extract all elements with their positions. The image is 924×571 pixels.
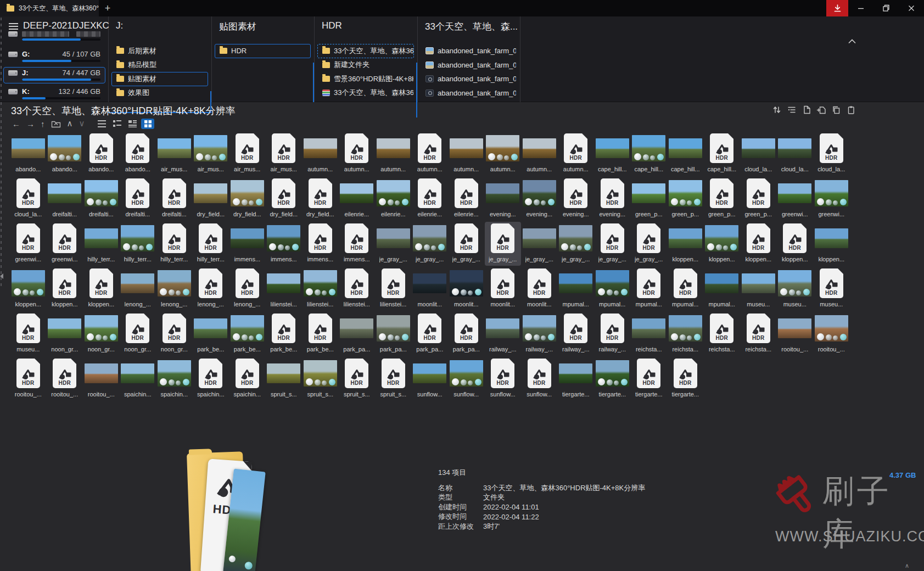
file-cell[interactable]: mpumal... [558,267,595,311]
file-cell[interactable]: immens... [229,222,266,266]
file-cell[interactable]: reichsta... [631,312,668,356]
file-cell[interactable]: HDRkloppen... [47,267,83,311]
file-cell[interactable]: HDRair_mus... [266,132,303,176]
file-cell[interactable]: lilienstei... [302,267,339,311]
view-grid-button[interactable] [141,119,154,129]
file-cell[interactable]: HDRmpumal... [631,267,668,311]
forward-button[interactable]: → [26,119,35,128]
column-item[interactable]: HDR [215,44,311,58]
file-cell[interactable]: park_pa... [339,312,376,356]
file-cell[interactable]: HDRmuseu... [813,267,850,311]
file-cell[interactable]: HDRgreenwi... [10,222,47,266]
file-cell[interactable]: HDRcape_hill... [704,132,741,176]
file-cell[interactable]: HDRsunflow... [521,357,558,401]
file-cell[interactable]: rooitou_... [777,312,814,356]
view-columns-button[interactable] [110,119,124,129]
copy-icon[interactable] [831,105,841,115]
file-cell[interactable]: abando... [10,132,47,176]
file-cell[interactable]: HDRabando... [120,132,156,176]
file-cell[interactable]: rooitou_... [83,357,120,401]
file-cell[interactable]: lenong_... [156,267,193,311]
column-item[interactable]: 33个天空、草地、森林360°... [317,44,414,58]
file-cell[interactable]: HDRmoonlit... [485,267,522,311]
file-cell[interactable]: je_gray_... [412,222,449,266]
file-cell[interactable]: tiergarte... [558,357,595,401]
drive-item[interactable]: K:132 / 446 GB [3,86,105,102]
view-list-button[interactable] [95,119,108,129]
file-cell[interactable]: mpumal... [704,267,741,311]
file-cell[interactable]: immens... [266,222,303,266]
file-cell[interactable]: HDRje_gray_... [448,222,485,266]
file-cell[interactable]: dreifalti... [83,177,120,221]
file-cell[interactable]: HDRhilly_terr... [193,222,229,266]
file-cell[interactable]: HDRspruit_s... [339,357,376,401]
file-cell[interactable]: HDRmoonlit... [521,267,558,311]
file-cell[interactable]: HDRje_gray_... [631,222,668,266]
file-cell[interactable]: HDRspaichin... [193,357,229,401]
file-cell[interactable]: sunflow... [448,357,485,401]
file-cell[interactable]: HDRrooitou_... [47,357,83,401]
file-cell[interactable]: HDRcloud_la... [813,132,850,176]
file-cell[interactable]: park_pa... [375,312,412,356]
file-cell[interactable]: HDRje_gray_... [485,222,522,266]
file-cell[interactable]: green_p... [667,177,704,221]
file-cell[interactable]: reichsta... [667,312,704,356]
file-cell[interactable]: evening... [485,177,522,221]
file-cell[interactable]: museu... [740,267,777,311]
expand-list-icon[interactable]: ∨ [79,119,85,128]
file-cell[interactable]: autumn... [521,132,558,176]
file-cell[interactable]: HDRtiergarte... [631,357,668,401]
file-cell[interactable]: spaichin... [120,357,156,401]
file-cell[interactable]: HDRlilienstei... [375,267,412,311]
column-item[interactable]: 雪景360°HDR贴图-4K+8K... [317,72,414,86]
file-cell[interactable]: kloppen... [704,222,741,266]
file-cell[interactable]: HDRlenong_... [193,267,229,311]
file-cell[interactable]: noon_gr... [47,312,83,356]
drive-item[interactable]: J:74 / 447 GB [3,67,105,83]
file-cell[interactable]: HDRair_mus... [229,132,266,176]
file-cell[interactable]: HDRgreen_p... [704,177,741,221]
file-cell[interactable]: HDRdry_field... [266,177,303,221]
new-tab-button[interactable]: + [99,0,116,16]
file-cell[interactable]: HDRevening... [594,177,631,221]
column-item[interactable]: abandoned_tank_farm_04... [421,72,517,86]
file-cell[interactable]: park_be... [193,312,229,356]
file-cell[interactable]: HDRpark_pa... [448,312,485,356]
file-cell[interactable]: cloud_la... [777,132,814,176]
file-cell[interactable]: greenwi... [777,177,814,221]
file-cell[interactable]: HDRrailway_... [594,312,631,356]
view-details-button[interactable] [126,119,139,129]
file-cell[interactable]: moonlit... [412,267,449,311]
new-file-icon[interactable] [802,105,811,115]
file-cell[interactable]: je_gray_... [375,222,412,266]
file-cell[interactable]: spaichin... [156,357,193,401]
file-cell[interactable]: HDRabando... [83,132,120,176]
file-cell[interactable]: HDRnoon_gr... [156,312,193,356]
file-cell[interactable]: lilienstei... [266,267,303,311]
file-cell[interactable]: HDRevening... [558,177,595,221]
file-cell[interactable]: HDRpark_pa... [412,312,449,356]
file-cell[interactable]: HDRcloud_la... [10,177,47,221]
drive-item[interactable]: G:45 / 107 GB [3,48,105,65]
file-cell[interactable]: HDRgreenwi... [47,222,83,266]
column-item[interactable]: 33个天空、草地、森林360°... [317,86,414,100]
column-item[interactable]: 精品模型 [111,58,208,72]
column-item[interactable]: 效果图 [111,86,208,100]
file-cell[interactable]: autumn... [448,132,485,176]
file-cell[interactable]: HDRkloppen... [740,222,777,266]
column-item[interactable]: 贴图素材 [111,72,208,86]
file-cell[interactable]: HDRdreifalti... [120,177,156,221]
file-cell[interactable]: railway_... [521,312,558,356]
file-cell[interactable]: je_gray_... [558,222,595,266]
file-cell[interactable]: HDRkloppen... [777,222,814,266]
file-cell[interactable]: kloppen... [667,222,704,266]
file-cell[interactable]: mpumal... [594,267,631,311]
file-cell[interactable]: dry_field... [229,177,266,221]
file-cell[interactable]: noon_gr... [83,312,120,356]
file-cell[interactable]: eilenrie... [339,177,376,221]
file-cell[interactable]: lenong_... [120,267,156,311]
file-cell[interactable]: HDRnoon_gr... [120,312,156,356]
file-cell[interactable]: HDRspaichin... [229,357,266,401]
file-cell[interactable]: kloppen... [813,222,850,266]
drive-item[interactable] [3,30,105,46]
